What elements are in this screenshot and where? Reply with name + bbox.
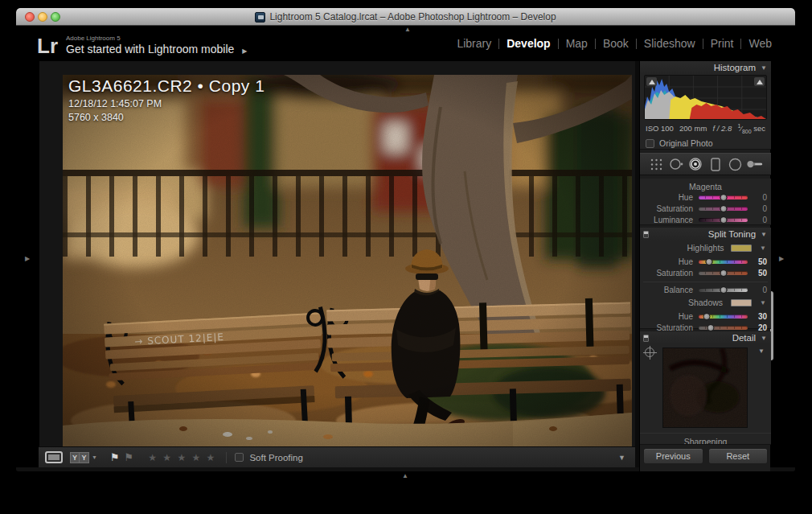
exif-shutter-speed: 1⁄800 sec	[737, 123, 765, 134]
histogram-graph	[645, 76, 766, 120]
left-panel-strip	[16, 61, 39, 467]
right-panel-strip	[770, 61, 795, 467]
loupe-view-icon[interactable]	[45, 451, 63, 463]
highlights-saturation-value: 50	[748, 269, 767, 278]
graduated-filter-icon[interactable]	[707, 155, 724, 173]
before-after-dropdown-icon[interactable]: ▼	[92, 454, 97, 460]
exif-aperture: f / 2.8	[712, 124, 732, 133]
balance-value: 0	[748, 286, 767, 294]
bottom-toolbar: Y Y ▼ ⚑ ⚑ ★ ★ ★ ★ ★ Soft Proofing ▼	[39, 446, 635, 467]
sharpening-label: Sharpening	[640, 433, 771, 444]
magenta-hue-slider[interactable]	[699, 195, 748, 199]
shadows-color-swatch[interactable]	[731, 299, 752, 306]
highlights-subheader: Highlights ▼	[640, 243, 771, 256]
tab-print[interactable]: Print	[703, 37, 741, 50]
magenta-saturation-value: 0	[748, 204, 767, 213]
histogram-panel: Histogram ▼	[640, 61, 771, 150]
shadows-subheader: Shadows ▼	[640, 298, 771, 310]
histogram-header[interactable]: Histogram ▼	[640, 61, 771, 74]
original-photo-checkbox[interactable]	[646, 139, 654, 148]
red-eye-icon[interactable]	[687, 155, 704, 173]
shadow-clipping-indicator[interactable]	[646, 77, 657, 86]
magenta-hue-value: 0	[748, 193, 767, 202]
lightroom-logo: Lr	[37, 34, 58, 59]
soft-proofing-label: Soft Proofing	[249, 453, 302, 463]
balance-slider[interactable]	[699, 288, 748, 292]
filmstrip-reveal-arrow[interactable]: ▲	[402, 473, 408, 479]
soft-proofing-checkbox[interactable]	[235, 453, 244, 462]
collapse-caret-icon: ▼	[761, 231, 767, 238]
top-panel-reveal-arrow[interactable]: ▲	[404, 27, 411, 33]
exif-info: ISO 100 200 mm f / 2.8 1⁄800 sec	[640, 120, 771, 134]
highlights-color-swatch[interactable]	[731, 245, 752, 252]
exif-iso: ISO 100	[646, 124, 674, 133]
panel-switch-icon[interactable]	[643, 231, 649, 238]
highlights-hue-slider[interactable]	[699, 260, 748, 264]
right-panel-collapse-arrow[interactable]: ▶	[779, 256, 784, 262]
detail-panel: Detail ▼ ▼	[640, 331, 771, 445]
highlights-caret-icon[interactable]: ▼	[760, 245, 766, 252]
magenta-luminance-value: 0	[748, 216, 767, 224]
previous-button[interactable]: Previous	[643, 448, 703, 464]
spot-removal-icon[interactable]	[667, 155, 685, 173]
photo[interactable]: → SCOUT 12|E|E	[63, 75, 632, 446]
detail-caret-icon[interactable]: ▼	[758, 347, 765, 355]
collapse-caret-icon: ▼	[761, 64, 767, 72]
title-bar[interactable]: Lightroom 5 Catalog.lrcat – Adobe Photos…	[16, 8, 795, 26]
detail-header[interactable]: Detail ▼	[640, 331, 771, 344]
panel-switch-icon[interactable]	[643, 335, 649, 342]
highlight-clipping-indicator[interactable]	[754, 77, 765, 86]
reject-flag-icon[interactable]: ⚑	[125, 451, 134, 463]
tab-book[interactable]: Book	[596, 37, 636, 50]
split-toning-header[interactable]: Split Toning ▼	[640, 228, 771, 241]
tab-develop[interactable]: Develop	[499, 37, 557, 50]
exif-focal-length: 200 mm	[679, 124, 707, 133]
promo-arrow-icon: ▶	[242, 47, 247, 55]
photo-dimensions: 5760 x 3840	[68, 112, 265, 123]
panel-buttons: Previous Reset	[640, 448, 771, 464]
shadows-saturation-slider[interactable]	[699, 326, 748, 330]
shadows-hue-slider[interactable]	[699, 315, 748, 319]
left-panel-reveal-arrow[interactable]: ▶	[25, 256, 30, 262]
hsl-magenta-section: Magenta Hue 0 Saturation 0 Luminance 0	[640, 179, 771, 225]
detail-preview[interactable]	[662, 347, 748, 428]
magenta-saturation-slider[interactable]	[699, 207, 748, 211]
lightroom-window: Lightroom 5 Catalog.lrcat – Adobe Photos…	[16, 8, 795, 471]
before-after-icon[interactable]: Y Y	[70, 452, 89, 463]
tool-strip	[640, 153, 771, 175]
info-overlay: GL3A6621.CR2 • Copy 1 12/18/12 1:45:07 P…	[68, 76, 265, 123]
highlights-saturation-slider[interactable]	[699, 271, 748, 275]
tab-web[interactable]: Web	[741, 37, 779, 50]
photo-datetime: 12/18/12 1:45:07 PM	[68, 98, 265, 109]
histogram-display[interactable]	[644, 75, 767, 120]
app-name: Adobe Lightroom 5	[66, 35, 247, 42]
original-photo-label: Original Photo	[659, 138, 713, 148]
catalog-icon	[255, 12, 265, 23]
hsl-section-title: Magenta	[640, 179, 771, 191]
shadows-saturation-value: 20	[748, 323, 767, 332]
highlights-hue-value: 50	[748, 257, 767, 266]
window-title: Lightroom 5 Catalog.lrcat – Adobe Photos…	[269, 11, 556, 23]
detail-target-icon[interactable]	[645, 347, 654, 357]
promo-link[interactable]: Get started with Lightroom mobile▶	[66, 43, 247, 56]
right-panel: Histogram ▼	[639, 61, 770, 471]
star-rating[interactable]: ★ ★ ★ ★ ★	[148, 452, 216, 463]
toolbar-divider	[226, 452, 227, 463]
shadows-caret-icon[interactable]: ▼	[760, 299, 766, 306]
tab-map[interactable]: Map	[559, 37, 595, 50]
split-toning-panel: Split Toning ▼ Highlights ▼ Hue 50 Satur…	[640, 228, 771, 329]
radial-filter-icon[interactable]	[726, 155, 744, 173]
crop-overlay-icon[interactable]	[647, 155, 665, 173]
desktop: Lightroom 5 Catalog.lrcat – Adobe Photos…	[0, 0, 812, 514]
adjustment-brush-icon[interactable]	[746, 155, 764, 173]
photo-filename: GL3A6621.CR2 • Copy 1	[68, 76, 265, 96]
tab-slideshow[interactable]: Slideshow	[637, 37, 703, 50]
tab-library[interactable]: Library	[449, 37, 498, 50]
reset-button[interactable]: Reset	[708, 448, 769, 464]
pick-flag-icon[interactable]: ⚑	[110, 451, 120, 463]
shadows-hue-value: 30	[748, 312, 767, 321]
photo-image: → SCOUT 12|E|E	[63, 75, 632, 446]
magenta-luminance-slider[interactable]	[699, 218, 748, 222]
toolbar-options-dropdown-icon[interactable]: ▼	[618, 454, 625, 462]
collapse-caret-icon: ▼	[761, 335, 767, 342]
